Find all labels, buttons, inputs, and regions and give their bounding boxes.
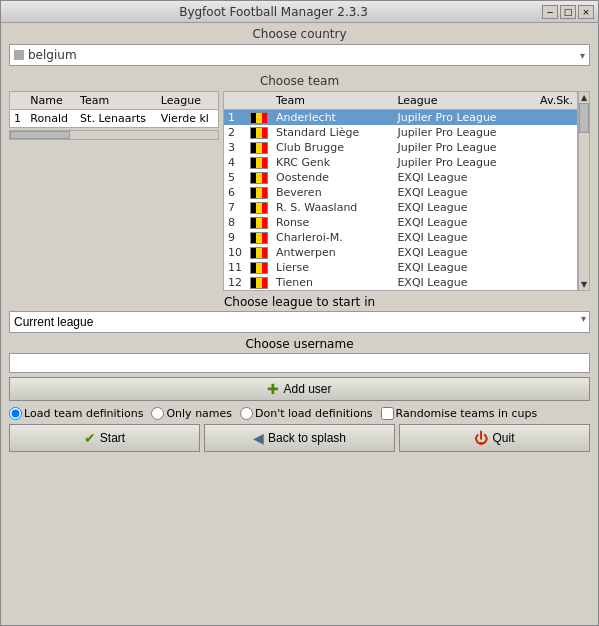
team-flag-cell <box>246 140 272 155</box>
scroll-down-icon[interactable]: ▼ <box>580 279 588 290</box>
team-flag-cell <box>246 230 272 245</box>
left-section: Name Team League 1 Ronald St. Lenaarts V… <box>9 91 219 291</box>
quit-button[interactable]: ⏻ Quit <box>399 424 590 452</box>
quit-icon: ⏻ <box>474 430 488 446</box>
load-team-def-radio[interactable] <box>9 407 22 420</box>
country-icon <box>14 50 24 60</box>
team-league-cell: Jupiler Pro League <box>393 125 536 140</box>
team-league-cell: Jupiler Pro League <box>393 110 536 126</box>
team-num: 3 <box>224 140 246 155</box>
team-name-cell: Tienen <box>272 275 393 290</box>
team-num: 2 <box>224 125 246 140</box>
window-title: Bygfoot Football Manager 2.3.3 <box>5 5 542 19</box>
right-section: Team League Av.Sk. 1 Anderlecht Jupiler … <box>223 91 590 291</box>
back-to-splash-button[interactable]: ◀ Back to splash <box>204 424 395 452</box>
team-num: 10 <box>224 245 246 260</box>
choose-country-label: Choose country <box>1 23 598 44</box>
country-arrow-icon: ▾ <box>580 50 585 61</box>
minimize-btn[interactable]: − <box>542 5 558 19</box>
left-panel: Name Team League 1 Ronald St. Lenaarts V… <box>9 91 219 128</box>
dont-load-radio[interactable] <box>240 407 253 420</box>
player-num: 1 <box>10 110 26 128</box>
randomise-label: Randomise teams in cups <box>396 407 538 420</box>
choose-league-label: Choose league to start in <box>9 291 590 311</box>
team-num: 9 <box>224 230 246 245</box>
player-name: Ronald <box>26 110 76 128</box>
team-row[interactable]: 2 Standard Liège Jupiler Pro League <box>224 125 577 140</box>
quit-label: Quit <box>492 431 514 445</box>
scroll-thumb <box>579 103 589 133</box>
randomise-checkbox[interactable] <box>381 407 394 420</box>
randomise-option[interactable]: Randomise teams in cups <box>381 407 538 420</box>
player-table: Name Team League 1 Ronald St. Lenaarts V… <box>10 92 218 127</box>
team-name-cell: Club Brugge <box>272 140 393 155</box>
team-avsk-cell <box>536 245 577 260</box>
choose-team-label: Choose team <box>1 70 598 91</box>
team-row[interactable]: 6 Beveren EXQI League <box>224 185 577 200</box>
team-avsk-cell <box>536 140 577 155</box>
dont-load-label: Don't load definitions <box>255 407 373 420</box>
team-name-cell: Standard Liège <box>272 125 393 140</box>
dont-load-option[interactable]: Don't load definitions <box>240 407 373 420</box>
country-selector[interactable]: belgium ▾ <box>9 44 590 66</box>
team-row[interactable]: 3 Club Brugge Jupiler Pro League <box>224 140 577 155</box>
options-row: Load team definitions Only names Don't l… <box>9 401 590 424</box>
player-team: St. Lenaarts <box>76 110 157 128</box>
team-avsk-cell <box>536 125 577 140</box>
start-button[interactable]: ✔ Start <box>9 424 200 452</box>
team-row[interactable]: 9 Charleroi-M. EXQI League <box>224 230 577 245</box>
team-league-cell: EXQI League <box>393 200 536 215</box>
scroll-up-icon[interactable]: ▲ <box>580 92 588 103</box>
team-row[interactable]: 7 R. S. Waasland EXQI League <box>224 200 577 215</box>
league-wrapper: Current league <box>9 311 590 333</box>
maximize-btn[interactable]: □ <box>560 5 576 19</box>
left-scrollbar[interactable] <box>9 130 219 140</box>
team-league-cell: EXQI League <box>393 170 536 185</box>
team-flag-cell <box>246 155 272 170</box>
only-names-option[interactable]: Only names <box>151 407 232 420</box>
team-avsk-cell <box>536 230 577 245</box>
league-select[interactable]: Current league <box>9 311 590 333</box>
choose-username-label: Choose username <box>9 333 590 353</box>
team-num: 7 <box>224 200 246 215</box>
team-row[interactable]: 4 KRC Genk Jupiler Pro League <box>224 155 577 170</box>
team-name-cell: Ronse <box>272 215 393 230</box>
col-header-num <box>10 92 26 110</box>
load-team-def-label: Load team definitions <box>24 407 143 420</box>
team-flag-cell <box>246 215 272 230</box>
team-flag-cell <box>246 110 272 126</box>
right-scrollbar[interactable]: ▲ ▼ <box>578 91 590 291</box>
team-league-cell: Jupiler Pro League <box>393 155 536 170</box>
col-header-name: Name <box>26 92 76 110</box>
back-icon: ◀ <box>253 430 264 446</box>
scroll-track <box>579 103 589 279</box>
team-name-cell: Beveren <box>272 185 393 200</box>
team-name-cell: Oostende <box>272 170 393 185</box>
team-name-cell: KRC Genk <box>272 155 393 170</box>
team-avsk-cell <box>536 110 577 126</box>
close-btn[interactable]: × <box>578 5 594 19</box>
start-icon: ✔ <box>84 430 96 446</box>
team-row[interactable]: 12 Tienen EXQI League <box>224 275 577 290</box>
team-table: Team League Av.Sk. 1 Anderlecht Jupiler … <box>224 92 577 290</box>
team-flag-cell <box>246 185 272 200</box>
team-row[interactable]: 5 Oostende EXQI League <box>224 170 577 185</box>
col-header-league: League <box>157 92 218 110</box>
team-league-cell: EXQI League <box>393 230 536 245</box>
only-names-radio[interactable] <box>151 407 164 420</box>
username-input[interactable] <box>9 353 590 373</box>
team-row[interactable]: 10 Antwerpen EXQI League <box>224 245 577 260</box>
load-team-def-option[interactable]: Load team definitions <box>9 407 143 420</box>
team-row[interactable]: 8 Ronse EXQI League <box>224 215 577 230</box>
team-num: 8 <box>224 215 246 230</box>
team-name-cell: Lierse <box>272 260 393 275</box>
team-num: 12 <box>224 275 246 290</box>
team-league-cell: EXQI League <box>393 215 536 230</box>
col-team-header: Team <box>272 92 393 110</box>
team-flag-cell <box>246 125 272 140</box>
add-user-icon: ✚ <box>267 381 279 397</box>
team-flag-cell <box>246 200 272 215</box>
add-user-button[interactable]: ✚ Add user <box>9 377 590 401</box>
team-row[interactable]: 11 Lierse EXQI League <box>224 260 577 275</box>
team-row[interactable]: 1 Anderlecht Jupiler Pro League <box>224 110 577 126</box>
